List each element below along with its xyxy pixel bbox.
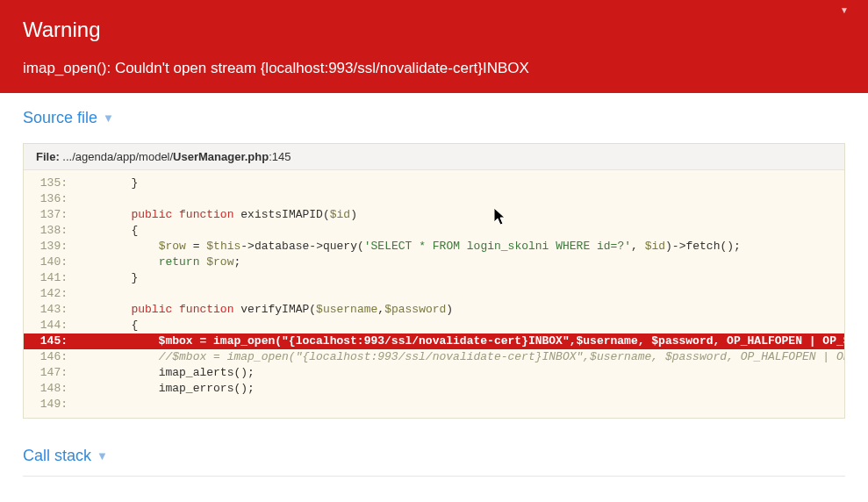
source-file-panel: File: .../agenda/app/model/UserManager.p… xyxy=(23,143,845,419)
error-message: imap_open(): Couldn't open stream {local… xyxy=(23,60,845,77)
code-line: 145: $mbox = imap_open("{localhost:993/s… xyxy=(24,333,844,349)
code-line: 139: $row = $this->database->query('SELE… xyxy=(24,239,844,255)
line-content: } xyxy=(76,176,844,191)
line-content: return $row; xyxy=(76,255,844,270)
file-path-prefix: .../agenda/app/model/ xyxy=(60,150,173,163)
line-content: public function existsIMAPID($id) xyxy=(76,207,844,223)
line-content: //$mbox = imap_open("{localhost:993/ssl/… xyxy=(76,349,844,365)
code-line: 138: { xyxy=(24,223,844,239)
file-path-header: File: .../agenda/app/model/UserManager.p… xyxy=(24,144,844,170)
line-content: { xyxy=(76,318,844,333)
code-line: 135: } xyxy=(24,176,844,191)
line-number: 147: xyxy=(24,365,76,381)
call-stack-label: Call stack xyxy=(23,447,91,465)
code-line: 136: xyxy=(24,191,844,207)
code-line: 142: xyxy=(24,286,844,302)
call-stack-rule xyxy=(23,476,845,483)
line-content: } xyxy=(76,270,844,286)
line-content xyxy=(76,286,844,302)
line-number: 148: xyxy=(24,381,76,397)
source-file-toggle[interactable]: Source file ▼ xyxy=(23,109,114,127)
file-name: UserManager.php xyxy=(173,150,269,163)
line-content: { xyxy=(76,223,844,239)
line-content xyxy=(76,191,844,207)
line-number: 138: xyxy=(24,223,76,239)
source-file-label: Source file xyxy=(23,109,97,127)
line-number: 144: xyxy=(24,318,76,333)
line-content: $row = $this->database->query('SELECT * … xyxy=(76,239,844,255)
error-title: Warning xyxy=(23,18,845,42)
call-stack-section: Call stack ▼ xyxy=(0,419,868,483)
code-line: 149: xyxy=(24,397,844,412)
line-number: 142: xyxy=(24,286,76,302)
error-header: ▼ Warning imap_open(): Couldn't open str… xyxy=(0,0,868,93)
line-number: 149: xyxy=(24,397,76,412)
code-line: 146: //$mbox = imap_open("{localhost:993… xyxy=(24,349,844,365)
chevron-down-icon: ▼ xyxy=(103,111,114,125)
line-content: imap_alerts(); xyxy=(76,365,844,381)
code-line: 140: return $row; xyxy=(24,255,844,270)
line-number: 135: xyxy=(24,176,76,191)
line-number: 137: xyxy=(24,207,76,223)
line-number: 143: xyxy=(24,302,76,318)
line-number: 139: xyxy=(24,239,76,255)
chevron-down-icon: ▼ xyxy=(97,449,108,463)
file-label: File: xyxy=(36,150,60,163)
line-content: imap_errors(); xyxy=(76,381,844,397)
code-line: 143: public function verifyIMAP($usernam… xyxy=(24,302,844,318)
code-line: 147: imap_alerts(); xyxy=(24,365,844,381)
code-listing: 135: }136:137: public function existsIMA… xyxy=(24,170,844,418)
code-line: 141: } xyxy=(24,270,844,286)
line-content xyxy=(76,397,844,412)
source-file-section: Source file ▼ xyxy=(0,93,868,127)
line-number: 136: xyxy=(24,191,76,207)
code-line: 144: { xyxy=(24,318,844,333)
line-number: 146: xyxy=(24,349,76,365)
line-content: public function verifyIMAP($username,$pa… xyxy=(76,302,844,318)
line-number: 140: xyxy=(24,255,76,270)
line-number: 141: xyxy=(24,270,76,286)
collapse-header-icon[interactable]: ▼ xyxy=(840,5,849,15)
call-stack-toggle[interactable]: Call stack ▼ xyxy=(23,447,108,465)
file-line: :145 xyxy=(269,150,291,163)
line-content: $mbox = imap_open("{localhost:993/ssl/no… xyxy=(76,333,844,349)
code-line: 148: imap_errors(); xyxy=(24,381,844,397)
code-line: 137: public function existsIMAPID($id) xyxy=(24,207,844,223)
line-number: 145: xyxy=(24,333,76,349)
